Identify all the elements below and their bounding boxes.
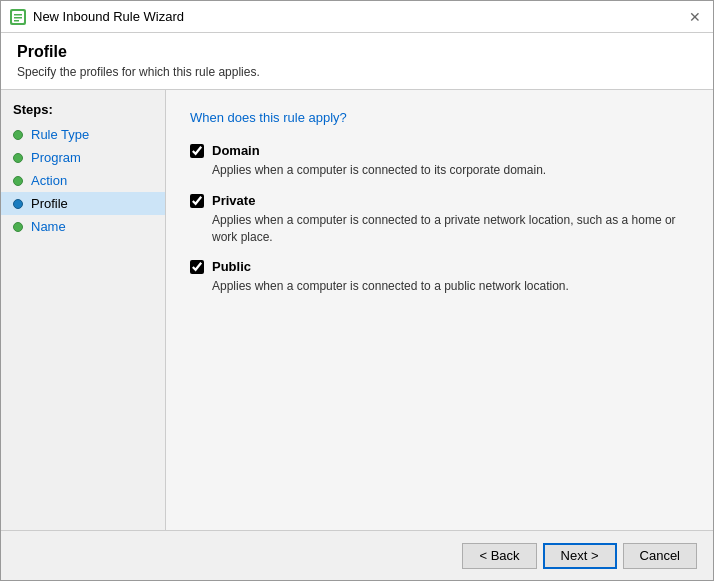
sidebar-item-label-rule-type: Rule Type: [31, 127, 89, 142]
domain-description: Applies when a computer is connected to …: [212, 162, 689, 179]
steps-label: Steps:: [1, 98, 165, 123]
wizard-window: New Inbound Rule Wizard ✕ Profile Specif…: [0, 0, 714, 581]
public-checkbox-row: Public: [190, 259, 689, 274]
back-button[interactable]: < Back: [462, 543, 536, 569]
public-checkbox[interactable]: [190, 260, 204, 274]
page-subtitle: Specify the profiles for which this rule…: [17, 65, 697, 79]
step-dot-name: [13, 222, 23, 232]
sidebar: Steps: Rule Type Program Action Profile …: [1, 90, 166, 530]
window-icon: [9, 8, 27, 26]
content-area: Steps: Rule Type Program Action Profile …: [1, 90, 713, 530]
private-label: Private: [212, 193, 255, 208]
sidebar-item-label-profile: Profile: [31, 196, 68, 211]
svg-rect-4: [14, 20, 19, 22]
public-section: Public Applies when a computer is connec…: [190, 259, 689, 295]
step-dot-rule-type: [13, 130, 23, 140]
step-dot-program: [13, 153, 23, 163]
step-dot-action: [13, 176, 23, 186]
close-button[interactable]: ✕: [685, 7, 705, 27]
sidebar-item-label-action: Action: [31, 173, 67, 188]
private-description: Applies when a computer is connected to …: [212, 212, 689, 246]
public-label: Public: [212, 259, 251, 274]
footer: < Back Next > Cancel: [1, 530, 713, 580]
page-title: Profile: [17, 43, 697, 61]
sidebar-item-profile[interactable]: Profile: [1, 192, 165, 215]
step-dot-profile: [13, 199, 23, 209]
domain-checkbox[interactable]: [190, 144, 204, 158]
svg-rect-3: [14, 17, 22, 19]
public-description: Applies when a computer is connected to …: [212, 278, 689, 295]
private-section: Private Applies when a computer is conne…: [190, 193, 689, 246]
window-title: New Inbound Rule Wizard: [33, 9, 685, 24]
cancel-button[interactable]: Cancel: [623, 543, 697, 569]
sidebar-item-program[interactable]: Program: [1, 146, 165, 169]
next-button[interactable]: Next >: [543, 543, 617, 569]
svg-rect-2: [14, 14, 22, 16]
sidebar-item-name[interactable]: Name: [1, 215, 165, 238]
private-checkbox-row: Private: [190, 193, 689, 208]
title-bar: New Inbound Rule Wizard ✕: [1, 1, 713, 33]
question-text: When does this rule apply?: [190, 110, 689, 125]
sidebar-item-rule-type[interactable]: Rule Type: [1, 123, 165, 146]
private-checkbox[interactable]: [190, 194, 204, 208]
domain-label: Domain: [212, 143, 260, 158]
domain-checkbox-row: Domain: [190, 143, 689, 158]
sidebar-item-action[interactable]: Action: [1, 169, 165, 192]
main-content: When does this rule apply? Domain Applie…: [166, 90, 713, 530]
sidebar-item-label-program: Program: [31, 150, 81, 165]
domain-section: Domain Applies when a computer is connec…: [190, 143, 689, 179]
sidebar-item-label-name: Name: [31, 219, 66, 234]
page-header: Profile Specify the profiles for which t…: [1, 33, 713, 90]
